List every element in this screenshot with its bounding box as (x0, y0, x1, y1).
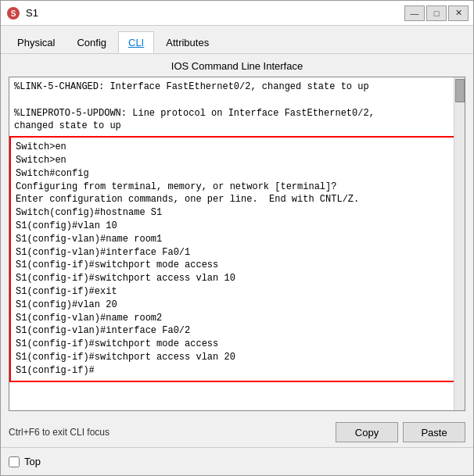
top-checkbox[interactable] (9, 456, 20, 467)
cli-normal-output: %LINK-5-CHANGED: Interface FastEthernet0… (9, 77, 465, 136)
minimize-button[interactable]: — (404, 5, 425, 21)
tab-attributes[interactable]: Attributes (156, 31, 219, 53)
maximize-button[interactable]: □ (426, 5, 447, 21)
cli-scrollbar[interactable] (454, 77, 465, 410)
window-controls: — □ ✕ (404, 5, 469, 21)
paste-button[interactable]: Paste (403, 422, 465, 442)
tab-config[interactable]: Config (66, 31, 117, 53)
top-label: Top (24, 456, 41, 467)
bottom-bar: Top (1, 447, 473, 475)
tab-cli[interactable]: CLI (118, 31, 154, 53)
cli-help-text: Ctrl+F6 to exit CLI focus (9, 427, 331, 438)
app-icon: S (5, 5, 21, 21)
close-button[interactable]: ✕ (448, 5, 469, 21)
title-bar: S S1 — □ ✕ (1, 1, 473, 26)
window-title: S1 (26, 7, 404, 19)
cli-highlighted-output[interactable]: Switch>en Switch>en Switch#config Config… (11, 138, 463, 380)
tab-physical[interactable]: Physical (7, 31, 65, 53)
section-title: IOS Command Line Interface (9, 60, 465, 72)
svg-text:S: S (11, 9, 16, 18)
tabs-bar: Physical Config CLI Attributes (1, 26, 473, 54)
top-checkbox-area: Top (9, 456, 41, 467)
scrollbar-thumb[interactable] (455, 79, 465, 102)
button-row: Ctrl+F6 to exit CLI focus Copy Paste (1, 417, 473, 447)
main-window: S S1 — □ ✕ Physical Config CLI Attribute… (0, 0, 474, 476)
copy-button[interactable]: Copy (336, 422, 398, 442)
content-area: IOS Command Line Interface %LINK-5-CHANG… (1, 54, 473, 417)
cli-highlighted-section[interactable]: Switch>en Switch>en Switch#config Config… (9, 136, 465, 381)
cli-container[interactable]: %LINK-5-CHANGED: Interface FastEthernet0… (9, 77, 465, 411)
